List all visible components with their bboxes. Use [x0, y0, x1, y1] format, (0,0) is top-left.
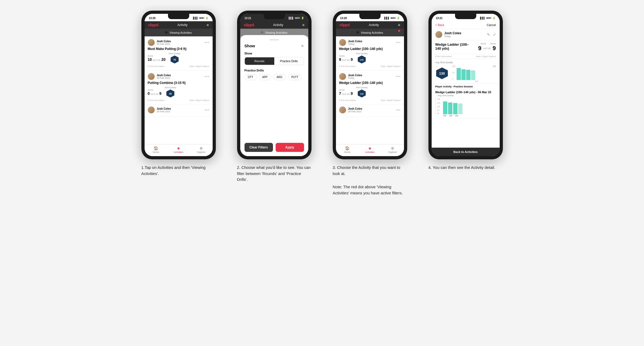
menu-icon-2[interactable]: ≡ — [302, 23, 304, 27]
battery-icon-3: 🔋 — [397, 17, 400, 19]
detail-score-area-4: Score Shots 9 OUT OF 9 — [478, 42, 496, 52]
phone-screen-2: 13:21 ▌▌▌ WiFi 🔋 clippd Activity ≡ ⚙ — [240, 14, 308, 156]
avg-sq-section-4: Avg Shot Quality 130 100 50 0 — [432, 59, 500, 84]
nav-activities-label-3: Activities — [365, 151, 375, 153]
practice-drills-toggle[interactable]: Practice Drills — [274, 57, 304, 65]
menu-icon-3[interactable]: ≡ — [398, 23, 400, 27]
settings-icon-2: ⚙ — [261, 31, 263, 34]
expand-icon-4[interactable]: ⤢ — [493, 32, 496, 37]
nav-activities-3[interactable]: ♣ Activities — [359, 146, 381, 153]
card-header-1c: Josh Coles 28 Feb 2023 ••• — [148, 106, 209, 113]
battery-icon-4: 🔋 — [493, 17, 495, 19]
header-title-1: Activity — [178, 23, 188, 27]
score-group-1a: Score 10 OUT OF 20 — [148, 55, 166, 62]
close-filter-button[interactable]: ✕ — [301, 44, 304, 48]
chip-ott[interactable]: OTT — [245, 74, 257, 80]
wifi-icon-2: WiFi — [295, 17, 300, 19]
footer-data-3a: Data: Clippd Capture — [381, 65, 401, 67]
user-name-date-1c: Josh Coles 28 Feb 2023 — [157, 107, 171, 113]
stats-row-1b: Score 0 OUT OF 9 Shot Quality 45 — [148, 86, 209, 98]
hex-svg-3a: 130 — [357, 55, 366, 64]
phone-screen-3: 13:20 ▌▌▌ WiFi 🔋 clippd Activity ≡ ⚙ — [336, 14, 404, 156]
mini-bar-4 — [458, 104, 462, 114]
score-val-group-3b: 7 OUT OF 9 — [339, 91, 353, 96]
activity-card-3[interactable]: Josh Coles 28 Feb 2023 ••• — [145, 104, 213, 117]
user-info-3c: Josh Coles 28 Feb 2023 — [339, 106, 362, 113]
avg-sq-row-4: 130 100 50 0 — [435, 65, 496, 81]
menu-icon-1[interactable]: ≡ — [207, 23, 209, 27]
apply-filter-button[interactable]: Apply — [276, 143, 304, 152]
score-label-1b: Score — [148, 89, 162, 91]
viewing-banner-3[interactable]: ⚙ Viewing Activities — [336, 29, 404, 36]
big-hex-text-4: 130 — [439, 71, 445, 75]
more-dots-3a[interactable]: ••• — [396, 40, 401, 45]
score-val-group-3a: 9 OUT OF 9 — [339, 57, 353, 62]
user-date-1a: 28 Feb 2023 — [157, 43, 171, 45]
score-group-3a: Score 9 OUT OF 9 — [339, 55, 353, 62]
back-to-activities-button[interactable]: Back to Activities — [432, 148, 500, 156]
step-2-column: 13:21 ▌▌▌ WiFi 🔋 clippd Activity ≡ ⚙ — [232, 11, 317, 196]
signal-icon-2: ▌▌▌ — [289, 17, 294, 19]
detail-outof-4: OUT OF — [483, 47, 491, 50]
signal-icon-4: ▌▌▌ — [480, 17, 485, 19]
chart-max-label: 130 — [493, 65, 496, 67]
card-footer-1a: ℹ Test Information Data: Clippd Capture — [148, 65, 209, 67]
nav-activities-label-1: Activities — [174, 151, 183, 153]
clear-filters-button[interactable]: Clear Filters — [245, 143, 273, 152]
user-info-3b: Josh Coles Today — [339, 73, 362, 80]
more-dots-3c[interactable]: ••• — [396, 108, 401, 112]
user-date-1c: 28 Feb 2023 — [157, 110, 171, 113]
nav-home-3[interactable]: 🏠 Home — [336, 146, 359, 153]
signal-icon: ▌▌▌ — [193, 17, 198, 19]
activity-card-3c[interactable]: Josh Coles 28 Feb 2023 ••• — [336, 104, 404, 117]
score-group-3b: Score 7 OUT OF 9 — [339, 89, 353, 96]
phone-screen-4: 13:21 ▌▌▌ WiFi 🔋 < Back Cancel Jo — [432, 14, 500, 156]
chip-group: OTT APP ARG PUTT — [245, 74, 304, 80]
detail-score-num-4: 9 — [478, 45, 481, 52]
footer-data-1a: Data: Clippd Capture — [190, 65, 209, 67]
score-val-1b: 0 — [148, 91, 150, 96]
card-header-3b: Josh Coles Today ••• — [339, 73, 401, 80]
score-label-3b: Score — [339, 89, 353, 91]
score-group-1b: Score 0 OUT OF 9 — [148, 89, 162, 96]
step-3-column: 13:20 ▌▌▌ WiFi 🔋 clippd Activity ≡ ⚙ — [327, 11, 413, 196]
hex-svg-1b: 45 — [166, 89, 175, 98]
nav-capture-3[interactable]: ⊕ Capture — [381, 146, 404, 153]
mini-bar-2 — [448, 102, 452, 114]
drill-section-4: Wedge Ladder (100–140 yds) - 06 Mar 23 →… — [432, 88, 500, 119]
activity-card-3b[interactable]: Josh Coles Today ••• Wedge Ladder (100–1… — [336, 70, 404, 104]
outof-3a: OUT OF — [342, 59, 350, 61]
detail-score-labels-4: Score Shots — [481, 42, 496, 45]
more-dots-1c[interactable]: ••• — [205, 108, 209, 112]
clippd-logo-2: clippd — [244, 23, 254, 27]
user-info-3a: Josh Coles Today — [339, 39, 362, 46]
more-dots-3b[interactable]: ••• — [396, 74, 401, 79]
nav-capture-1[interactable]: ⊕ Capture — [190, 146, 212, 153]
nav-home-1[interactable]: 🏠 Home — [145, 146, 167, 153]
more-dots-1a[interactable]: ••• — [205, 40, 209, 45]
activity-card-3a[interactable]: Josh Coles Today ••• Wedge Ladder (100–1… — [336, 36, 404, 70]
activity-card-2[interactable]: Josh Coles 28 Feb 2023 ••• Putting Combi… — [145, 70, 213, 104]
detail-info-label-4: ℹ Test Information — [435, 55, 452, 58]
sq-label-3a: Shot Quality — [356, 52, 368, 55]
detail-user-info-4: Josh Coles Today — [444, 31, 485, 38]
rounds-toggle[interactable]: Rounds — [245, 57, 274, 65]
avatar-3a — [339, 39, 346, 46]
edit-icon-4[interactable]: ✎ — [487, 32, 490, 37]
user-name-date-3a: Josh Coles Today — [348, 40, 362, 45]
chip-app[interactable]: APP — [259, 74, 271, 80]
more-dots-1b[interactable]: ••• — [205, 74, 209, 79]
back-button-4[interactable]: < Back — [435, 23, 444, 27]
banner-text-2: Viewing Activities — [265, 31, 287, 34]
activity-title-3b: Wedge Ladder (100–140 yds) — [339, 81, 401, 85]
chip-arg[interactable]: ARG — [273, 74, 286, 80]
battery-icon-2: 🔋 — [301, 17, 304, 19]
cancel-button-4[interactable]: Cancel — [487, 23, 496, 27]
user-info-1c: Josh Coles 28 Feb 2023 — [148, 106, 171, 113]
viewing-banner-1[interactable]: ⚙ Viewing Activities — [145, 29, 213, 36]
activity-card-1[interactable]: Josh Coles 28 Feb 2023 ••• Must Make Put… — [145, 36, 213, 70]
chip-putt[interactable]: PUTT — [288, 74, 302, 80]
detail-score-values-4: 9 OUT OF 9 — [478, 45, 496, 52]
mini-bar-1 — [443, 101, 447, 114]
nav-activities-1[interactable]: ♣ Activities — [167, 146, 190, 153]
